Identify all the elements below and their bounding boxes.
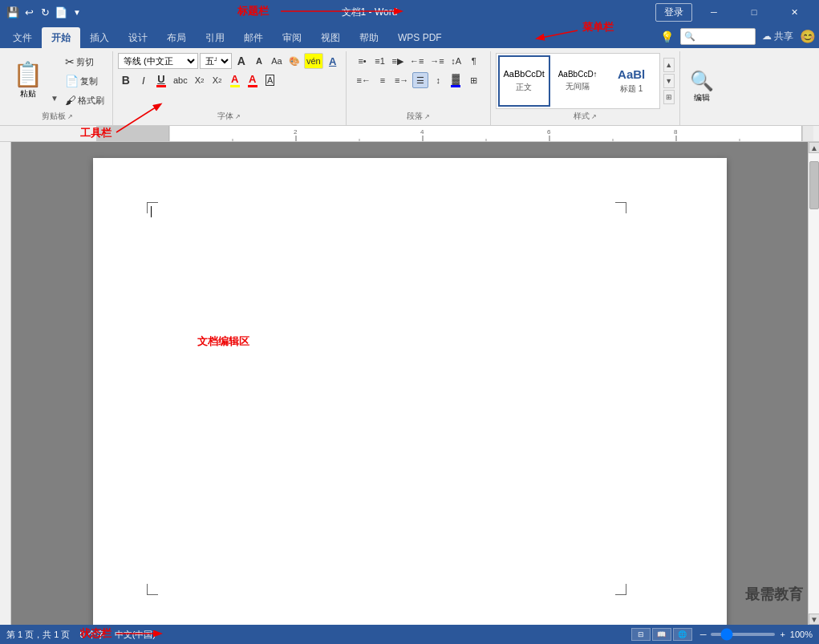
login-button[interactable]: 登录 [655, 3, 692, 22]
scroll-thumb[interactable] [809, 161, 819, 209]
redo-icon[interactable]: ↻ [39, 6, 51, 18]
multilevel-list-button[interactable]: ≡▶ [390, 53, 406, 69]
zoom-slider[interactable] [711, 633, 775, 636]
font-expand-icon[interactable]: ↗ [235, 113, 241, 120]
italic-button[interactable]: I [136, 72, 152, 88]
align-left-button[interactable]: ≡← [355, 72, 373, 88]
cut-button[interactable]: ✂ 剪切 [62, 53, 107, 71]
tab-view[interactable]: 视图 [311, 27, 350, 48]
right-scrollbar[interactable]: ▲ ▼ [808, 142, 819, 625]
paste-dropdown[interactable]: ▼ [49, 59, 60, 103]
paste-button[interactable]: 📋 粘贴 [8, 59, 47, 103]
tab-review[interactable]: 审阅 [273, 27, 311, 48]
borders-button[interactable]: ⊞ [465, 72, 481, 88]
light-icon[interactable]: 💡 [660, 30, 674, 43]
zoom-out-button[interactable]: ─ [699, 630, 708, 639]
quick-access-toolbar: 💾 ↩ ↻ 📄 ▼ [6, 6, 83, 18]
underline-button[interactable]: U [153, 72, 169, 88]
style-no-space[interactable]: AaBbCcD↑ 无间隔 [552, 55, 604, 107]
decrease-indent-button[interactable]: ←≡ [407, 53, 426, 69]
style-expand[interactable]: ⊞ [663, 90, 675, 104]
tab-mailings[interactable]: 邮件 [234, 27, 273, 48]
clipboard-expand-icon[interactable]: ↗ [67, 113, 73, 120]
style-normal[interactable]: AaBbCcDt 正文 [498, 55, 550, 107]
word-page[interactable] [93, 158, 727, 625]
font-shading-icon: A [230, 73, 240, 87]
align-right-button[interactable]: ≡→ [392, 72, 411, 88]
scroll-up-button[interactable]: ▲ [809, 142, 819, 153]
style-heading1-label: 标题 1 [620, 83, 643, 95]
style-no-space-label: 无间隔 [566, 81, 590, 92]
title-bar-right: 登录 ─ □ ✕ [655, 0, 813, 24]
numbered-list-button[interactable]: ≡1 [372, 53, 388, 69]
paragraph-expand-icon[interactable]: ↗ [424, 113, 430, 120]
corner-br [615, 584, 626, 595]
format-painter-icon: 🖌 [65, 94, 76, 107]
minimize-button[interactable]: ─ [695, 0, 732, 24]
style-scroll-up[interactable]: ▲ [663, 58, 675, 72]
strikethrough-button[interactable]: abc [171, 72, 190, 88]
customize-icon[interactable]: ▼ [71, 6, 83, 18]
char-border-button[interactable]: A [262, 72, 278, 88]
document-area[interactable]: 最需教育 [11, 142, 808, 625]
shading-button[interactable]: ▓ [448, 72, 464, 88]
emoji-icon[interactable]: 😊 [800, 29, 816, 44]
subscript-button[interactable]: X2 [192, 72, 208, 88]
font-size-select[interactable]: 五号 [200, 53, 232, 69]
save-icon[interactable]: 💾 [6, 6, 19, 18]
find-button[interactable]: 🔍 编辑 [685, 67, 719, 107]
style-no-space-preview: AaBbCcD↑ [558, 70, 598, 79]
share-label[interactable]: ☁ 共享 [762, 30, 793, 43]
style-scroll-down[interactable]: ▼ [663, 74, 675, 88]
ribbon-search-box[interactable]: 🔍 操作说明搜索 [680, 28, 756, 45]
bold-button[interactable]: B [118, 72, 134, 88]
bullet-list-button[interactable]: ≡• [355, 53, 371, 69]
zoom-in-button[interactable]: + [778, 630, 786, 639]
font-color-button[interactable]: A [245, 72, 261, 88]
maximize-button[interactable]: □ [736, 0, 772, 24]
font-color-reset-button[interactable]: 🎨 [286, 53, 302, 69]
styles-expand-icon[interactable]: ↗ [591, 113, 597, 120]
tab-design[interactable]: 设计 [119, 27, 157, 48]
watermark: 最需教育 [745, 585, 803, 604]
web-view-button[interactable]: 🌐 [673, 628, 692, 641]
style-scroll-arrows: ▲ ▼ ⊞ [663, 58, 675, 104]
copy-button[interactable]: 📄 复制 [62, 72, 107, 90]
align-center-button[interactable]: ≡ [375, 72, 391, 88]
increase-indent-button[interactable]: →≡ [428, 53, 446, 69]
clear-format-button[interactable]: A [325, 53, 341, 69]
font-highlight-button[interactable]: vén [304, 53, 323, 69]
font-case-button[interactable]: Aa [269, 53, 285, 69]
format-painter-button[interactable]: 🖌 格式刷 [62, 91, 107, 109]
para-marks-button[interactable]: ¶ [466, 53, 482, 69]
close-button[interactable]: ✕ [776, 0, 813, 24]
tab-insert[interactable]: 插入 [80, 27, 119, 48]
print-view-button[interactable]: ⊟ [631, 628, 651, 641]
scroll-track[interactable] [809, 153, 819, 614]
new-doc-icon[interactable]: 📄 [55, 6, 67, 18]
font-shading-button[interactable]: A [227, 72, 243, 88]
highlight-icon: vén [306, 56, 321, 66]
clipboard-label: 剪贴板 ↗ [8, 109, 107, 124]
tab-wps-pdf[interactable]: WPS PDF [388, 27, 452, 48]
font-name-select[interactable]: 等线 (中文正 [118, 53, 198, 69]
style-heading1[interactable]: AaBl 标题 1 [606, 55, 658, 107]
line-spacing-button[interactable]: ↕ [430, 72, 446, 88]
font-shrink-button[interactable]: A [251, 53, 267, 69]
undo-icon[interactable]: ↩ [22, 6, 35, 18]
tab-layout[interactable]: 布局 [157, 27, 196, 48]
tab-home[interactable]: 开始 [42, 27, 80, 48]
scroll-down-button[interactable]: ▼ [809, 614, 819, 625]
color-reset-icon: 🎨 [289, 56, 300, 67]
tab-help[interactable]: 帮助 [350, 27, 388, 48]
paragraph-label: 段落 ↗ [351, 109, 485, 124]
superscript-button[interactable]: X2 [209, 72, 225, 88]
title-bar-left: 💾 ↩ ↻ 📄 ▼ [6, 6, 83, 18]
read-view-button[interactable]: 📖 [652, 628, 671, 641]
font-grow-button[interactable]: A [233, 53, 249, 69]
tab-file[interactable]: 文件 [3, 27, 42, 48]
tab-references[interactable]: 引用 [196, 27, 234, 48]
corner-tr [615, 202, 626, 213]
justify-button[interactable]: ☰ [412, 72, 428, 88]
sort-button[interactable]: ↕A [448, 53, 464, 69]
